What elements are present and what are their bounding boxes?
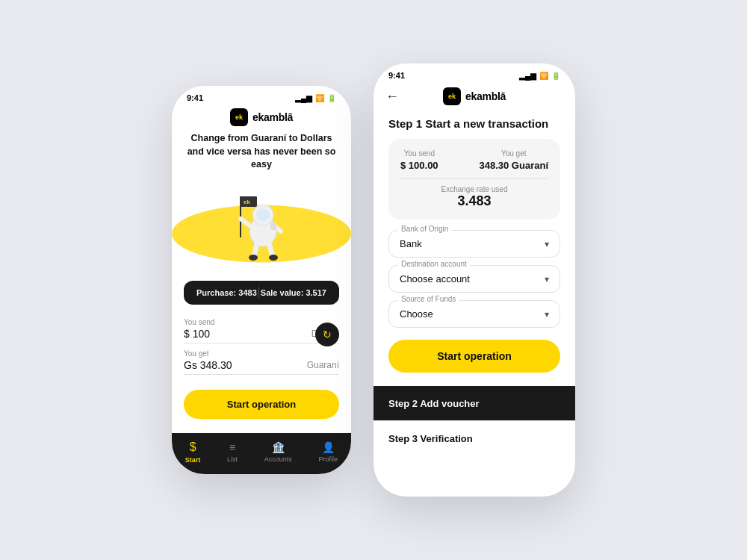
exchange-label: Exchange rate used	[400, 185, 548, 193]
sale-rate: Sale value: 3.517	[261, 288, 326, 297]
rates-banner: Purchase: 3483 Sale value: 3.517	[184, 281, 339, 305]
logo-icon: ek	[230, 108, 248, 126]
right-time: 9:41	[388, 71, 405, 80]
app-name: ekamblā	[252, 111, 293, 123]
hero-title: Change from Guaraní to Dollars and vice …	[184, 132, 339, 172]
nav-start-label: Start	[185, 456, 201, 464]
you-send-amount: $ 100.00	[400, 160, 438, 171]
back-button[interactable]: ←	[385, 89, 399, 105]
nav-list-label: List	[227, 455, 238, 463]
right-header: ← ek ekamblā	[374, 83, 575, 111]
list-icon: ≡	[229, 441, 235, 453]
exchange-rate-section: Exchange rate used 3.483	[400, 185, 548, 209]
svg-point-5	[256, 209, 270, 221]
nav-profile-label: Profile	[319, 455, 338, 463]
source-label: Source of Funds	[398, 295, 459, 303]
right-wifi-icon: 🛜	[539, 72, 548, 80]
start-icon: $	[190, 441, 196, 454]
astronaut-illustration: ek	[187, 178, 336, 275]
svg-rect-12	[270, 223, 276, 230]
you-send-label: You send	[404, 149, 435, 158]
rates-divider	[258, 287, 259, 299]
svg-text:ek: ek	[244, 199, 250, 205]
right-signal-icon: ▂▄▆	[519, 72, 536, 80]
left-time: 9:41	[187, 93, 203, 102]
step3-title: Step 3 Verification	[388, 433, 473, 444]
destination-value: Choose account	[400, 273, 470, 284]
step2-title: Step 2 Add voucher	[388, 398, 480, 409]
step1-title: Step 1 Start a new transaction	[388, 117, 560, 130]
bank-origin-value: Bank	[400, 238, 422, 249]
svg-line-6	[241, 219, 251, 226]
get-group: You get Gs 348.30 Guaraní	[184, 349, 339, 375]
left-status-bar: 9:41 ▂▄▆ 🛜 🔋	[172, 86, 351, 105]
you-send-item: You send $ 100.00	[400, 149, 438, 171]
wifi-icon: 🛜	[315, 94, 324, 102]
destination-label: Destination account	[398, 260, 470, 268]
step2-accordion[interactable]: Step 2 Add voucher	[374, 386, 575, 420]
get-label: You get	[184, 349, 339, 358]
step1-section: Step 1 Start a new transaction You send …	[374, 111, 575, 386]
destination-chevron-icon: ▾	[545, 274, 549, 284]
bottom-nav: $ Start ≡ List 🏦 Accounts 👤 Profile	[172, 433, 351, 474]
right-logo-icon: ek	[443, 87, 461, 105]
send-label: You send	[184, 318, 339, 326]
transaction-card: You send $ 100.00 You get 348.30 Guaraní…	[388, 139, 560, 220]
source-funds-dropdown[interactable]: Source of Funds Choose ▾	[388, 300, 560, 328]
right-phone: 9:41 ▂▄▆ 🛜 🔋 ← ek ekamblā Step 1 Start a…	[374, 63, 575, 497]
nav-item-start[interactable]: $ Start	[185, 441, 201, 464]
svg-line-8	[254, 243, 257, 256]
svg-line-9	[269, 243, 273, 256]
nav-item-accounts[interactable]: 🏦 Accounts	[264, 441, 292, 463]
tx-amounts-row: You send $ 100.00 You get 348.30 Guaraní	[400, 149, 548, 171]
svg-point-10	[249, 255, 258, 261]
get-row: Gs 348.30 Guaraní	[184, 359, 339, 375]
astronaut-svg: ek	[224, 178, 299, 267]
source-chevron-icon: ▾	[545, 309, 549, 320]
bank-origin-dropdown[interactable]: Bank of Origin Bank ▾	[388, 230, 560, 258]
tx-divider	[400, 178, 548, 179]
swap-button[interactable]: ↻	[315, 323, 339, 346]
right-status-bar: 9:41 ▂▄▆ 🛜 🔋	[374, 63, 575, 83]
step3-accordion[interactable]: Step 3 Verification	[374, 420, 575, 455]
nav-accounts-label: Accounts	[264, 455, 292, 463]
purchase-rate: Purchase: 3483	[196, 288, 257, 297]
right-start-operation-button[interactable]: Start operation	[388, 340, 560, 373]
nav-item-profile[interactable]: 👤 Profile	[319, 441, 338, 463]
send-container: You send $ 100 Dollars ↻ You get Gs 348.…	[184, 318, 339, 375]
left-phone: 9:41 ▂▄▆ 🛜 🔋 ek ekamblā Change from Guar…	[172, 86, 351, 474]
battery-icon: 🔋	[327, 94, 336, 102]
left-header: ek ekamblā	[172, 105, 351, 132]
profile-icon: 👤	[322, 441, 335, 453]
you-get-amount: 348.30 Guaraní	[480, 160, 549, 171]
you-get-label: You get	[501, 149, 527, 158]
nav-item-list[interactable]: ≡ List	[227, 441, 238, 463]
exchange-rate-value: 3.483	[400, 193, 548, 209]
get-currency: Guaraní	[307, 360, 339, 370]
get-value: Gs 348.30	[184, 359, 232, 371]
destination-account-dropdown[interactable]: Destination account Choose account ▾	[388, 265, 560, 293]
signal-icon: ▂▄▆	[295, 94, 312, 102]
hero-section: Change from Guaraní to Dollars and vice …	[172, 132, 351, 281]
source-value: Choose	[400, 308, 433, 320]
accounts-icon: 🏦	[272, 441, 285, 453]
send-value: $ 100	[184, 328, 210, 340]
left-status-icons: ▂▄▆ 🛜 🔋	[295, 94, 336, 102]
bank-origin-label: Bank of Origin	[398, 225, 451, 233]
right-status-icons: ▂▄▆ 🛜 🔋	[519, 72, 560, 80]
right-battery-icon: 🔋	[551, 72, 560, 80]
left-start-operation-button[interactable]: Start operation	[184, 390, 339, 419]
right-app-name: ekamblā	[465, 90, 506, 102]
you-get-item: You get 348.30 Guaraní	[480, 149, 549, 171]
svg-point-11	[269, 255, 278, 261]
bank-origin-chevron-icon: ▾	[545, 239, 549, 249]
input-section: You send $ 100 Dollars ↻ You get Gs 348.…	[172, 311, 351, 429]
